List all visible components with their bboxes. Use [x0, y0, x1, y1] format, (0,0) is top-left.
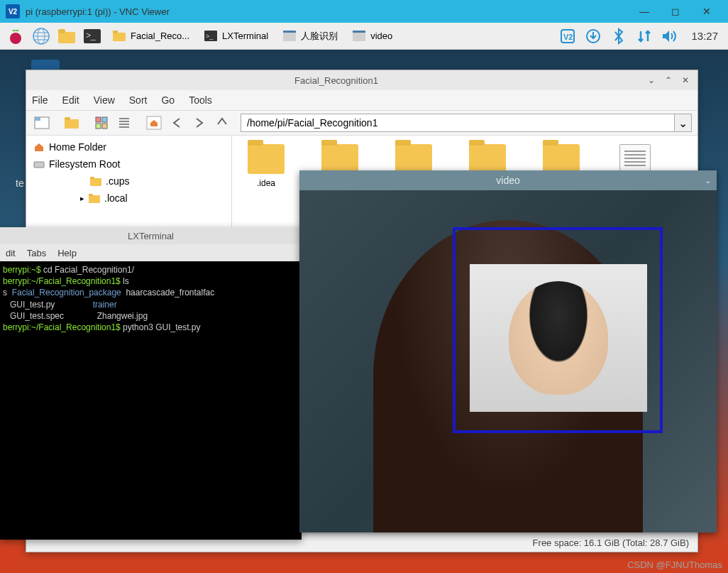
task-video[interactable]: video — [346, 26, 398, 47]
folder-icon[interactable] — [62, 113, 82, 133]
term-text: s — [3, 288, 12, 298]
menu-help[interactable]: Help — [57, 248, 77, 258]
term-text: berrypi:~$ — [3, 265, 43, 275]
svg-rect-11 — [113, 31, 118, 33]
svg-rect-35 — [90, 178, 101, 186]
task-label: LXTerminal — [222, 31, 268, 41]
svg-rect-26 — [102, 117, 107, 122]
task-label: video — [370, 31, 392, 41]
menu-tabs[interactable]: Tabs — [27, 248, 46, 258]
sidebar-cups[interactable]: .cups — [26, 173, 231, 190]
sidebar-label: .cups — [106, 175, 129, 187]
menu-go[interactable]: Go — [161, 94, 175, 106]
vnc-titlebar: V2 pi (raspberrypi:1 (pi)) - VNC Viewer … — [0, 0, 728, 23]
video-title: video — [496, 175, 519, 186]
svg-rect-25 — [96, 117, 101, 122]
folder-small-icon — [90, 177, 101, 186]
filemgr-menubar: File Edit View Sort Go Tools — [26, 90, 697, 110]
svg-point-0 — [10, 33, 21, 44]
folder-icon — [248, 144, 285, 174]
svg-text:>_: >_ — [86, 31, 96, 40]
menu-edit[interactable]: dit — [6, 248, 16, 258]
svg-rect-17 — [353, 33, 365, 41]
vnc-logo: V2 — [6, 4, 20, 18]
menu-file[interactable]: File — [32, 94, 48, 106]
file-label: .idea — [257, 178, 275, 188]
maximize-button[interactable]: ◻ — [660, 1, 691, 21]
sidebar-label: Filesystem Root — [49, 158, 120, 170]
svg-text:>_: >_ — [206, 33, 214, 40]
sidebar-home[interactable]: Home Folder — [26, 138, 231, 155]
close-button[interactable]: ✕ — [691, 1, 722, 21]
sidebar-filesystem[interactable]: Filesystem Root — [26, 155, 231, 173]
svg-rect-36 — [90, 177, 94, 179]
list-view-icon[interactable] — [114, 113, 134, 133]
video-titlebar[interactable]: video ⌄ — [299, 170, 717, 190]
up-icon[interactable] — [212, 113, 232, 133]
svg-rect-27 — [96, 124, 101, 129]
task-label: Facial_Reco... — [131, 31, 189, 41]
folder-icon — [321, 144, 358, 174]
menu-tools[interactable]: Tools — [189, 94, 212, 106]
download-icon[interactable] — [583, 26, 603, 46]
menu-view[interactable]: View — [94, 94, 115, 106]
task-face-recognition[interactable]: 人脸识别 — [277, 26, 343, 47]
vnc-server-icon[interactable]: V2 — [558, 26, 578, 46]
expand-arrow-icon[interactable]: ▸ — [80, 194, 84, 203]
chevron-down-icon[interactable]: ⌄ — [705, 176, 711, 185]
term-text: haarcascade_frontalfac — [121, 288, 214, 298]
term-text: GUI_test.py — [3, 300, 93, 310]
forward-icon[interactable] — [189, 113, 209, 133]
menu-sort[interactable]: Sort — [129, 94, 148, 106]
task-label: 人脸识别 — [301, 30, 338, 43]
menu-edit[interactable]: Edit — [62, 94, 79, 106]
file-idea[interactable]: .idea — [241, 144, 292, 188]
svg-rect-10 — [113, 33, 126, 41]
back-icon[interactable] — [167, 113, 187, 133]
volume-icon[interactable] — [660, 26, 680, 46]
raspberry-menu-icon[interactable] — [4, 25, 27, 48]
folder-icon — [469, 144, 506, 174]
sidebar-local[interactable]: ▸ .local — [26, 190, 231, 207]
svg-rect-24 — [65, 117, 70, 120]
filemgr-titlebar[interactable]: Facial_Recognition1 ⌄ ⌃ ✕ — [26, 70, 697, 90]
path-input[interactable]: /home/pi/Facial_Recognition1 — [241, 114, 675, 132]
desktop-text: te — [16, 178, 24, 189]
clock[interactable]: 13:27 — [691, 30, 718, 42]
filemgr-toolbar: /home/pi/Facial_Recognition1 ⌄ — [26, 110, 697, 136]
term-text: GUI_test.spec Zhangwei.jpg — [3, 311, 148, 321]
taskbar: >_ Facial_Reco... >_ LXTerminal 人脸识别 vid… — [0, 23, 728, 50]
icon-view-icon[interactable] — [92, 113, 111, 133]
sidebar-label: Home Folder — [49, 141, 106, 153]
filemgr-min-button[interactable]: ⌄ — [645, 74, 658, 87]
minimize-button[interactable]: — — [629, 1, 660, 21]
terminal-window: LXTerminal dit Tabs Help berrypi:~$ cd F… — [0, 227, 302, 540]
home-small-icon — [33, 142, 45, 152]
web-browser-icon[interactable] — [30, 25, 53, 48]
task-terminal[interactable]: >_ LXTerminal — [198, 26, 274, 47]
face-overlay-image — [470, 264, 647, 412]
home-icon[interactable] — [144, 113, 164, 133]
terminal-menubar: dit Tabs Help — [0, 244, 302, 261]
bluetooth-icon[interactable] — [609, 26, 629, 46]
network-icon[interactable] — [634, 26, 654, 46]
folder-icon — [395, 144, 432, 174]
file-manager-icon[interactable] — [55, 25, 78, 48]
terminal-icon[interactable]: >_ — [81, 25, 104, 48]
desktop: te Facial_Recognition1 ⌄ ⌃ ✕ File Edit V… — [0, 50, 728, 573]
svg-rect-37 — [89, 195, 100, 203]
terminal-content[interactable]: berrypi:~$ cd Facial_Recognition1/ berry… — [0, 261, 302, 336]
terminal-titlebar[interactable]: LXTerminal — [0, 227, 302, 244]
filemgr-close-button[interactable]: ✕ — [679, 74, 692, 87]
term-text: Facial_Recognition_package — [12, 288, 121, 298]
new-tab-icon[interactable] — [32, 113, 52, 133]
term-text: trainer — [93, 300, 117, 310]
svg-rect-6 — [58, 32, 75, 43]
sidebar-label: .local — [104, 192, 128, 204]
term-text: berrypi:~/Facial_Recognition1$ — [3, 322, 123, 332]
video-content — [299, 190, 717, 533]
filemgr-max-button[interactable]: ⌃ — [662, 74, 675, 87]
path-dropdown[interactable]: ⌄ — [675, 114, 692, 132]
svg-rect-28 — [102, 124, 107, 129]
task-file-manager[interactable]: Facial_Reco... — [106, 26, 195, 47]
